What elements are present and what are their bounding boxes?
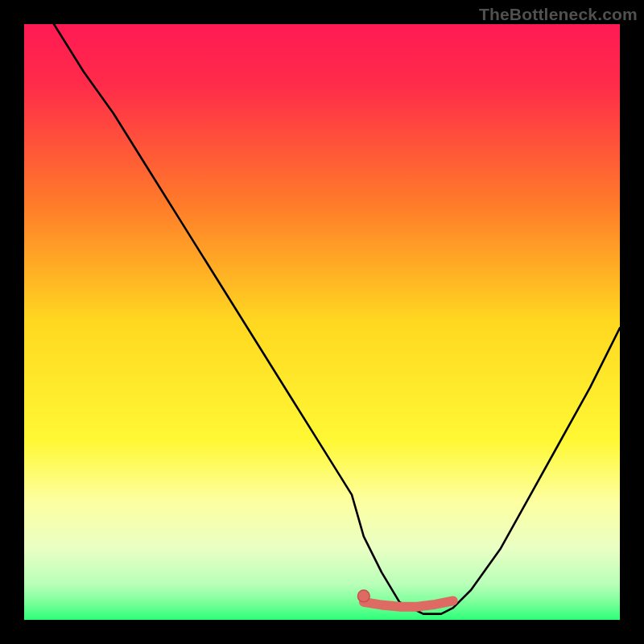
bottleneck-curve bbox=[54, 24, 620, 614]
plot-area bbox=[24, 24, 620, 620]
chart-frame: TheBottleneck.com bbox=[0, 0, 644, 644]
optimal-band-marker bbox=[364, 601, 453, 606]
watermark-label: TheBottleneck.com bbox=[479, 5, 638, 24]
curve-layer bbox=[24, 24, 620, 620]
optimal-dot-marker bbox=[357, 590, 369, 602]
